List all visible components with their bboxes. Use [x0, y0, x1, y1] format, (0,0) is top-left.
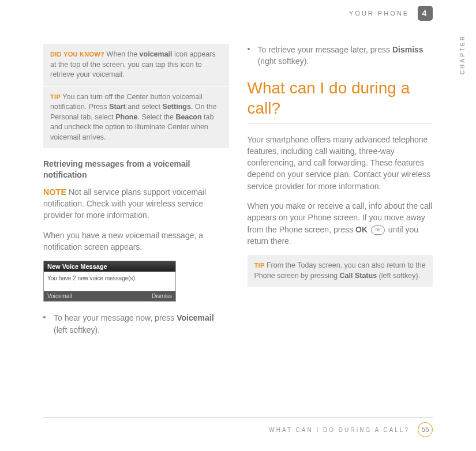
footer: WHAT CAN I DO DURING A CALL? 55 [43, 417, 433, 437]
bullet-item: To hear your message now, press Voicemai… [43, 312, 229, 336]
note-text: Not all service plans support voicemail … [43, 187, 206, 220]
footer-title: WHAT CAN I DO DURING A CALL? [269, 427, 410, 433]
header: YOUR PHONE 4 [43, 6, 433, 21]
ok-bold: OK [355, 225, 368, 234]
bullet-text: To hear your message now, press Voicemai… [54, 312, 229, 336]
chapter-badge: 4 [418, 6, 433, 21]
screenshot-title: New Voice Message [44, 261, 175, 272]
screenshot-body: You have 2 new voice message(s). [44, 272, 175, 291]
bullet-dot-icon [43, 316, 47, 336]
screenshot-footer: Voicemail Dismiss [44, 291, 175, 301]
tip-label: TIP [254, 262, 265, 269]
dyn-text: When the [104, 50, 139, 58]
tip-bold: Start [109, 103, 125, 111]
tip-bold: Phone [115, 113, 137, 121]
chapter-side-label: CHAPTER [459, 35, 466, 74]
ok-button-icon: ок [371, 226, 385, 235]
bullet-bold: Voicemail [177, 313, 213, 322]
bullet-bold: Dismiss [392, 45, 423, 54]
header-title: YOUR PHONE [349, 10, 409, 17]
tip-box: TIP You can turn off the Center button v… [43, 86, 229, 149]
note-label: NOTE [43, 187, 66, 197]
body-paragraph: Your smartphone offers many advanced tel… [248, 134, 433, 192]
bullet-item: To retrieve your message later, press Di… [248, 44, 433, 67]
tip-bold: Beacon [175, 113, 201, 121]
tip-text: and select [126, 103, 163, 111]
tip-bold: Settings [163, 103, 191, 111]
tip-text: . Select the [137, 113, 175, 121]
did-you-know-label: DID YOU KNOW? [50, 51, 104, 58]
bullet-dot-icon [248, 48, 251, 67]
divider [248, 123, 433, 123]
did-you-know-box: DID YOU KNOW? When the voicemail icon ap… [43, 44, 229, 86]
section-title: What can I do during a call? [248, 78, 433, 118]
body-paragraph: When you have a new voicemail message, a… [43, 230, 229, 253]
tip-bold: Call Status [340, 272, 377, 280]
screenshot-left-softkey: Voicemail [47, 293, 72, 299]
dyn-bold: voicemail [140, 50, 173, 58]
notification-screenshot: New Voice Message You have 2 new voice m… [43, 261, 176, 302]
screenshot-right-softkey: Dismiss [152, 293, 172, 299]
tip-box: TIP From the Today screen, you can also … [248, 255, 433, 287]
page-number: 55 [418, 422, 433, 437]
tip-label: TIP [50, 93, 61, 100]
note-paragraph: NOTE Not all service plans support voice… [43, 186, 229, 221]
right-column: To retrieve your message later, press Di… [248, 44, 433, 343]
subheading: Retrieving messages from a voicemail not… [43, 159, 229, 181]
left-column: DID YOU KNOW? When the voicemail icon ap… [43, 44, 229, 343]
bullet-text: To retrieve your message later, press Di… [258, 44, 433, 67]
body-paragraph: When you make or receive a call, info ab… [248, 200, 433, 247]
tip-text: (left softkey). [377, 272, 420, 280]
